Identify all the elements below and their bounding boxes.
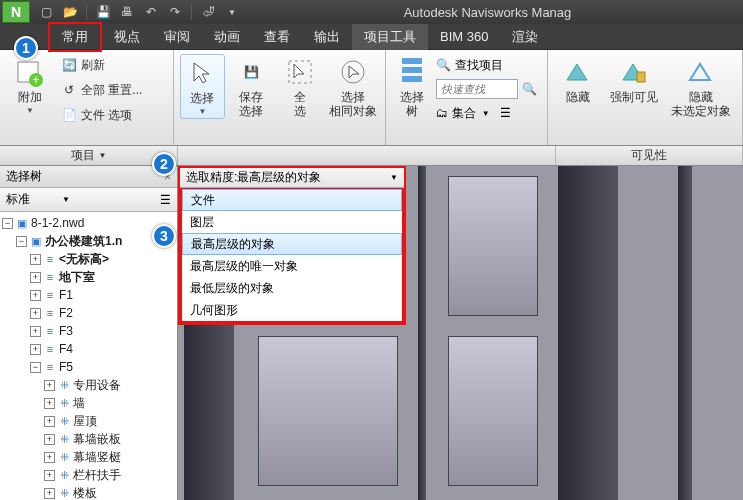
category-icon: ⁜ [57,486,71,500]
menu-render[interactable]: 渲染 [500,24,550,50]
refresh-button[interactable]: 🔄刷新 [58,54,145,76]
tree-item[interactable]: 楼板 [73,485,97,501]
tree-item[interactable]: 栏杆扶手 [73,467,121,484]
menu-review[interactable]: 审阅 [152,24,202,50]
expand-icon[interactable]: + [44,380,55,391]
expand-icon[interactable]: + [44,488,55,499]
expand-icon[interactable]: + [44,470,55,481]
combo-option[interactable]: 图层 [182,211,402,233]
search-icon: 🔍 [436,58,451,72]
select-button[interactable]: 选择 ▼ [180,54,225,119]
expand-icon[interactable]: + [30,254,41,265]
callout-1: 1 [14,36,38,60]
hide-unselected-button[interactable]: 隐藏 未选定对象 [666,54,736,120]
svg-rect-6 [402,67,422,73]
qat-new-icon[interactable]: ▢ [36,2,56,22]
reset-icon: ↺ [61,82,77,98]
qat-undo-icon[interactable]: ↶ [141,2,161,22]
tree-item[interactable]: 专用设备 [73,377,121,394]
hide-unselected-icon [685,56,717,88]
hide-icon [562,56,594,88]
combo-current[interactable]: 选取精度:最高层级的对象 ▼ [180,168,404,188]
app-icon[interactable]: N [2,1,30,23]
file-icon: ▣ [29,234,43,248]
menu-item-tools[interactable]: 项目工具 [352,24,428,50]
qat-pointer-icon[interactable]: ⮰ [198,2,218,22]
expand-icon[interactable]: + [44,434,55,445]
file-options-button[interactable]: 📄文件 选项 [58,104,145,126]
search-go-icon[interactable]: 🔍 [522,82,537,96]
append-button[interactable]: + 附加 ▼ [6,54,54,117]
quick-find-input[interactable] [436,79,518,99]
qat-open-icon[interactable]: 📂 [60,2,80,22]
collapse-icon[interactable]: − [16,236,27,247]
chevron-down-icon: ▼ [62,195,70,204]
tree-item[interactable]: F4 [59,342,73,356]
select-all-button[interactable]: 全 选 [278,54,323,120]
chevron-down-icon: ▼ [99,151,107,160]
save-selection-icon: 💾 [235,56,267,88]
select-same-icon [337,56,369,88]
expand-icon[interactable]: + [44,452,55,463]
force-visible-icon [618,56,650,88]
tree-mode-combo[interactable]: 标准▼ [6,191,70,208]
tree-item[interactable]: F5 [59,360,73,374]
tree-building[interactable]: 办公楼建筑1.n [45,233,122,250]
force-visible-button[interactable]: 强制可见 [606,54,662,106]
select-all-icon [284,56,316,88]
chevron-down-icon: ▼ [390,173,398,182]
menu-viewpoint[interactable]: 视点 [102,24,152,50]
expand-icon[interactable]: + [30,308,41,319]
tree-icon [396,56,428,88]
category-icon: ⁜ [57,432,71,446]
qat-save-icon[interactable]: 💾 [93,2,113,22]
svg-rect-8 [637,72,645,82]
menu-animation[interactable]: 动画 [202,24,252,50]
expand-icon[interactable]: + [44,398,55,409]
menu-view[interactable]: 查看 [252,24,302,50]
expand-icon[interactable]: + [44,416,55,427]
tree-item[interactable]: 屋顶 [73,413,97,430]
collapse-icon[interactable]: − [2,218,13,229]
level-icon: ≡ [43,288,57,302]
select-same-button[interactable]: 选择 相同对象 [327,54,379,120]
tree-item[interactable]: 幕墙嵌板 [73,431,121,448]
qat-redo-icon[interactable]: ↷ [165,2,185,22]
sets-button[interactable]: 🗂集合▼☰ [436,102,537,124]
tree-body[interactable]: −▣8-1-2.nwd −▣办公楼建筑1.n +≡<无标高>+≡地下室+≡F1+… [0,212,177,500]
chevron-down-icon: ▼ [26,106,34,115]
combo-option[interactable]: 最低层级的对象 [182,277,402,299]
tree-item[interactable]: 幕墙竖梃 [73,449,121,466]
qat-print-icon[interactable]: 🖶 [117,2,137,22]
expand-icon[interactable]: + [30,326,41,337]
footer-middle [178,146,556,165]
find-items-button[interactable]: 🔍查找项目 [436,54,537,76]
expand-icon[interactable]: − [30,362,41,373]
level-icon: ≡ [43,270,57,284]
menu-home[interactable]: 常用 [48,22,102,52]
tree-config-icon[interactable]: ☰ [160,193,171,207]
menubar: 常用 视点 审阅 动画 查看 输出 项目工具 BIM 360 渲染 [0,24,743,50]
selection-tree-button[interactable]: 选择 树 [392,54,432,120]
tree-item[interactable]: <无标高> [59,251,109,268]
tree-item[interactable]: F1 [59,288,73,302]
combo-option[interactable]: 最高层级的唯一对象 [182,255,402,277]
tree-root[interactable]: 8-1-2.nwd [31,216,84,230]
expand-icon[interactable]: + [30,290,41,301]
expand-icon[interactable]: + [30,272,41,283]
menu-output[interactable]: 输出 [302,24,352,50]
tree-small-icon[interactable]: ☰ [500,106,511,120]
combo-option[interactable]: 最高层级的对象 [182,233,402,255]
qat-dropdown-icon[interactable]: ▼ [222,2,242,22]
expand-icon[interactable]: + [30,344,41,355]
tree-item[interactable]: F2 [59,306,73,320]
tree-item[interactable]: 地下室 [59,269,95,286]
combo-option[interactable]: 几何图形 [182,299,402,321]
reset-all-button[interactable]: ↺全部 重置... [58,79,145,101]
tree-item[interactable]: F3 [59,324,73,338]
hide-button[interactable]: 隐藏 [554,54,602,106]
menu-bim360[interactable]: BIM 360 [428,25,500,48]
tree-item[interactable]: 墙 [73,395,85,412]
save-selection-button[interactable]: 💾 保存 选择 [229,54,274,120]
combo-option[interactable]: 文件 [182,189,402,211]
